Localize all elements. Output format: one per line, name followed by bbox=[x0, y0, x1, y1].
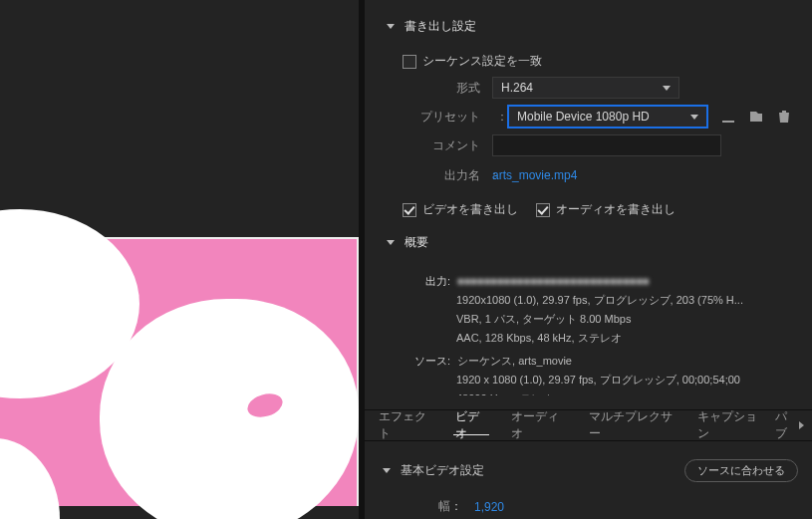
summary-output-path: ■■■■■■■■■■■■■■■■■■■■■■■■■■■■■ bbox=[457, 275, 650, 287]
export-settings-title: 書き出し設定 bbox=[405, 18, 476, 35]
export-audio-checkbox[interactable]: オーディオを書き出し bbox=[536, 201, 676, 218]
output-name-label: 出力名 bbox=[408, 167, 488, 184]
preview-image bbox=[0, 237, 359, 506]
summary-header[interactable]: 概要 bbox=[379, 222, 798, 263]
save-preset-button[interactable] bbox=[719, 108, 737, 126]
summary-source-line2: 1920 x 1080 (1.0), 29.97 fps, プログレッシブ, 0… bbox=[456, 372, 798, 389]
tab-captions[interactable]: キャプション bbox=[687, 409, 771, 441]
summary-block: 出力: ■■■■■■■■■■■■■■■■■■■■■■■■■■■■■ 1920x1… bbox=[408, 273, 798, 395]
format-label: 形式 bbox=[408, 80, 488, 97]
summary-output-line4: AAC, 128 Kbps, 48 kHz, ステレオ bbox=[456, 330, 798, 347]
tab-bar: エフェクト ビデオ オーディオ マルチプレクサー キャプション パブ bbox=[365, 409, 812, 441]
preview-pane bbox=[0, 0, 359, 519]
tab-effects[interactable]: エフェクト bbox=[369, 409, 441, 441]
settings-pane: 書き出し設定 シーケンス設定を一致 形式 ： H.264 プリセット ： bbox=[365, 0, 812, 519]
chevron-down-icon bbox=[383, 468, 391, 473]
width-value[interactable]: 1,920 bbox=[474, 500, 504, 514]
chevron-down-icon bbox=[663, 86, 671, 91]
checkbox-checked-icon bbox=[536, 203, 550, 217]
summary-source-line3: 48000 Hz, ステレオ bbox=[456, 390, 798, 395]
match-sequence-checkbox[interactable]: シーケンス設定を一致 bbox=[403, 53, 542, 70]
output-name-link[interactable]: arts_movie.mp4 bbox=[492, 168, 577, 182]
chevron-down-icon bbox=[387, 24, 395, 29]
summary-source-label: ソース: bbox=[408, 353, 450, 370]
checkbox-checked-icon bbox=[403, 203, 416, 217]
summary-output-line2: 1920x1080 (1.0), 29.97 fps, プログレッシブ, 203… bbox=[456, 292, 798, 309]
export-audio-label: オーディオを書き出し bbox=[556, 201, 676, 218]
tab-publish: パブ bbox=[775, 408, 795, 442]
basic-video-settings-header[interactable]: 基本ビデオ設定 ソースに合わせる bbox=[375, 445, 802, 492]
tab-audio[interactable]: オーディオ bbox=[501, 409, 574, 441]
checkbox-icon bbox=[403, 55, 416, 69]
match-sequence-label: シーケンス設定を一致 bbox=[422, 53, 542, 70]
chevron-down-icon bbox=[690, 115, 698, 120]
export-settings-header[interactable]: 書き出し設定 bbox=[379, 0, 798, 47]
export-video-label: ビデオを書き出し bbox=[422, 201, 518, 218]
basic-video-settings-title: 基本ビデオ設定 bbox=[401, 462, 484, 479]
export-video-checkbox[interactable]: ビデオを書き出し bbox=[403, 201, 518, 218]
trash-icon bbox=[776, 109, 792, 125]
tab-multiplexer[interactable]: マルチプレクサー bbox=[579, 409, 683, 441]
comment-input[interactable] bbox=[492, 134, 721, 156]
import-preset-button[interactable] bbox=[747, 108, 765, 126]
summary-output-label: 出力: bbox=[408, 273, 450, 290]
summary-source-line1: シーケンス, arts_movie bbox=[457, 355, 572, 367]
summary-title: 概要 bbox=[405, 234, 428, 251]
preset-select[interactable]: Mobile Device 1080p HD bbox=[508, 106, 707, 128]
import-icon bbox=[748, 109, 764, 125]
tab-overflow[interactable]: パブ bbox=[775, 408, 808, 442]
comment-label: コメント bbox=[408, 137, 488, 154]
width-label: 幅 bbox=[414, 498, 450, 515]
match-source-button[interactable]: ソースに合わせる bbox=[684, 459, 798, 482]
delete-preset-button[interactable] bbox=[775, 108, 793, 126]
summary-output-line3: VBR, 1 パス, ターゲット 8.00 Mbps bbox=[456, 311, 798, 328]
download-icon bbox=[720, 109, 736, 125]
preset-value: Mobile Device 1080p HD bbox=[517, 110, 650, 124]
chevron-right-icon bbox=[799, 421, 804, 429]
format-value: H.264 bbox=[501, 81, 533, 95]
preset-label: プリセット bbox=[408, 109, 488, 126]
chevron-down-icon bbox=[387, 240, 395, 245]
format-select[interactable]: H.264 bbox=[492, 77, 679, 99]
tab-video[interactable]: ビデオ bbox=[445, 409, 497, 441]
